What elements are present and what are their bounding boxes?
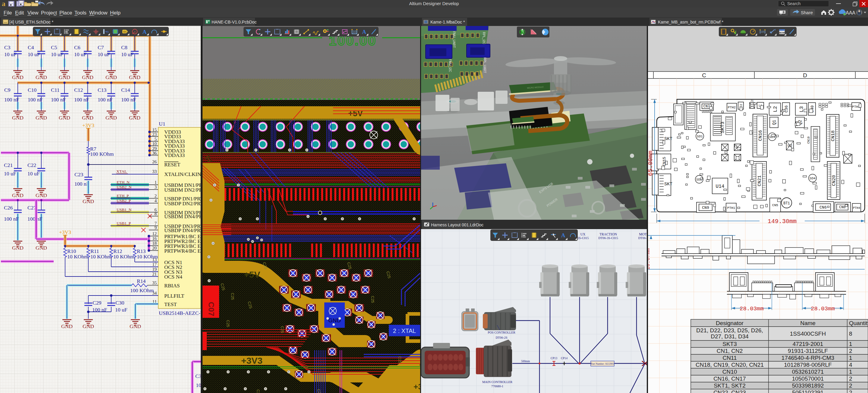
svg-text:CN18: CN18	[831, 131, 836, 141]
svg-text:C25: C25	[226, 320, 230, 327]
svg-text:i: i	[134, 30, 135, 33]
svg-text:DT06-3S: DT06-3S	[638, 236, 647, 240]
svg-text:U2: U2	[787, 144, 792, 148]
svg-text:GND: GND	[129, 115, 141, 121]
svg-text:16.07mm: 16.07mm	[648, 248, 651, 270]
svg-text:CN18, CN19, CN20, CN21: CN18, CN19, CN20, CN21	[695, 362, 764, 368]
svg-text:3: 3	[155, 185, 157, 190]
svg-text:RPL_I2C: RPL_I2C	[482, 32, 486, 45]
svg-text:18: 18	[152, 241, 157, 246]
svg-text:CN1, CN2: CN1, CN2	[717, 348, 743, 354]
svg-text:VDDA33: VDDA33	[164, 152, 185, 158]
svg-text:1746540-4-RPI-CM3: 1746540-4-RPI-CM3	[781, 355, 834, 361]
svg-text:4: 4	[849, 362, 852, 368]
svg-text:C: C	[702, 72, 706, 79]
svg-text:5: 5	[155, 137, 157, 142]
svg-text:1: 1	[155, 180, 157, 185]
svg-text:XTAL: XTAL	[116, 169, 127, 173]
svg-text:SKT: SKT	[664, 136, 673, 142]
svg-text:21: 21	[152, 272, 157, 277]
svg-text:CN20: CN20	[832, 175, 837, 186]
svg-text:10 KOhm: 10 KOhm	[137, 254, 158, 260]
svg-text:A: A	[561, 232, 565, 238]
svg-text:USB2_N: USB2_N	[117, 185, 132, 189]
svg-text:GND: GND	[129, 74, 141, 80]
svg-text:Harness Layout 001.LdrDoc: Harness Layout 001.LdrDoc	[431, 222, 484, 227]
svg-text:-3S-C015: -3S-C015	[577, 236, 589, 240]
svg-text:CN9: CN9	[702, 205, 709, 210]
svg-text:C22: C22	[27, 162, 36, 168]
svg-text:15: 15	[152, 128, 157, 132]
svg-text:C6: C6	[74, 45, 81, 50]
svg-text:CN5: CN5	[772, 203, 778, 207]
svg-text:PTH1: PTH1	[727, 206, 735, 210]
svg-text:+3: +3	[413, 382, 420, 391]
svg-text:ETH_P: ETH_P	[117, 194, 129, 198]
svg-text:PLLFILT: PLLFILT	[164, 293, 184, 299]
svg-text:12: 12	[152, 231, 157, 236]
svg-text:CN6: CN6	[819, 205, 827, 210]
svg-text:C25: C25	[280, 326, 284, 333]
svg-text:GND: GND	[61, 323, 73, 329]
svg-text:GND: GND	[36, 115, 47, 121]
svg-text:J1: J1	[750, 100, 754, 103]
svg-text:10 uF: 10 uF	[4, 51, 17, 57]
svg-text:65.00mm: 65.00mm	[648, 150, 654, 176]
svg-text:91931-31125LF: 91931-31125LF	[788, 348, 828, 354]
svg-text:100 nF: 100 nF	[98, 96, 113, 103]
svg-text:1: 1	[849, 355, 852, 361]
svg-text:17: 17	[152, 262, 157, 267]
svg-text:28.03mm: 28.03mm	[811, 306, 835, 312]
svg-text:GND: GND	[105, 74, 117, 80]
svg-text:CN8: CN8	[839, 205, 846, 209]
svg-text:1: 1	[849, 341, 852, 347]
svg-text:9: 9	[155, 225, 157, 230]
svg-text:m: m	[106, 30, 109, 33]
svg-text:29: 29	[152, 146, 157, 151]
svg-text:8: 8	[155, 211, 157, 216]
svg-text:10 uF: 10 uF	[4, 171, 16, 176]
svg-text:C12: C12	[74, 87, 83, 93]
svg-text:GND: GND	[12, 192, 24, 198]
svg-text:C07: C07	[207, 302, 216, 316]
svg-text:SKT1, SKT2: SKT1, SKT2	[714, 383, 746, 389]
svg-text:GND: GND	[36, 192, 47, 198]
svg-text:XTALIN/CLKIN: XTALIN/CLKIN	[164, 171, 201, 177]
svg-text:CN16: CN16	[758, 130, 763, 141]
svg-text:R12: R12	[113, 248, 122, 254]
svg-text:23: 23	[152, 132, 157, 137]
svg-text:GND: GND	[12, 74, 24, 80]
svg-text:CP13: CP13	[551, 357, 557, 360]
svg-text:10: 10	[152, 141, 157, 146]
svg-text:MOTO: MOTO	[639, 232, 647, 236]
svg-text:2: 2	[849, 348, 852, 354]
svg-text:500mm: 500mm	[521, 360, 530, 363]
svg-text:10 uF: 10 uF	[74, 51, 87, 57]
svg-text:SKT3: SKT3	[722, 341, 737, 347]
svg-text:FMU_I2C: FMU_I2C	[448, 59, 452, 72]
svg-text:Search: Search	[787, 1, 801, 6]
svg-text:C26: C26	[4, 205, 13, 211]
svg-text:10: 10	[761, 30, 764, 33]
svg-text:100 KOhm: 100 KOhm	[90, 151, 114, 157]
svg-text:33: 33	[152, 169, 157, 174]
svg-text:Kame-1.MbaDoc *: Kame-1.MbaDoc *	[430, 20, 465, 24]
svg-text:SD1: SD1	[697, 135, 703, 138]
svg-text:GND: GND	[83, 323, 94, 329]
svg-text:R11: R11	[90, 248, 99, 254]
svg-text:Name: Name	[800, 320, 815, 326]
svg-text:35: 35	[152, 280, 157, 285]
svg-text:DT06-2S: DT06-2S	[495, 336, 507, 339]
svg-text:+3V3: +3V3	[59, 229, 71, 235]
svg-text:USBDM DN4/PRT DI: USBDM DN4/PRT DI	[164, 214, 201, 220]
svg-text:D21, D22, D23, D25, D26,: D21, D22, D23, D25, D26,	[696, 327, 763, 334]
svg-text:Q1: Q1	[772, 120, 777, 125]
svg-text:10: 10	[352, 30, 356, 33]
svg-text:100 nF: 100 nF	[51, 96, 66, 103]
svg-text:10 KOhm: 10 KOhm	[113, 254, 134, 260]
svg-text:C9: C9	[4, 87, 10, 93]
svg-text:4: 4	[155, 198, 157, 203]
svg-text:36: 36	[152, 150, 157, 156]
svg-text:C30: C30	[116, 300, 124, 306]
svg-text:CN19: CN19	[807, 136, 810, 144]
